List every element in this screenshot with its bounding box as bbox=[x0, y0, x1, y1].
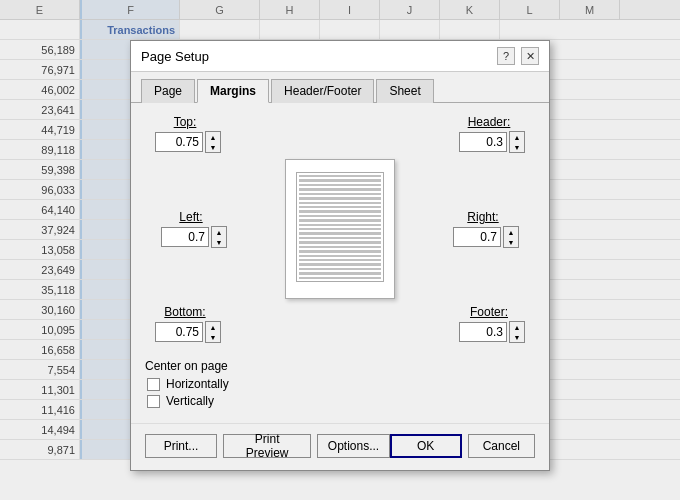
page-line bbox=[299, 224, 381, 226]
dialog-body: Top: ▲ ▼ Header: ▲ ▼ bbox=[131, 102, 549, 423]
print-button[interactable]: Print... bbox=[145, 434, 217, 458]
tab-margins[interactable]: Margins bbox=[197, 79, 269, 103]
footer-margin-label: Footer: bbox=[470, 305, 514, 319]
page-line bbox=[299, 250, 381, 252]
horizontally-label: Horizontally bbox=[166, 377, 229, 391]
left-margin-down[interactable]: ▼ bbox=[212, 237, 226, 247]
page-line bbox=[299, 215, 381, 217]
right-margin-input[interactable] bbox=[453, 227, 501, 247]
vertically-label: Vertically bbox=[166, 394, 214, 408]
right-margin-field: ▲ ▼ bbox=[453, 226, 519, 248]
page-inner bbox=[296, 172, 384, 282]
page-line bbox=[299, 193, 381, 195]
page-setup-dialog: Page Setup ? ✕ Page Margins Header/Foote… bbox=[130, 40, 550, 471]
page-line bbox=[299, 202, 381, 204]
page-line bbox=[299, 272, 381, 274]
cancel-button[interactable]: Cancel bbox=[468, 434, 535, 458]
page-line bbox=[299, 210, 381, 212]
page-line bbox=[299, 268, 381, 270]
footer-margin-spinners: ▲ ▼ bbox=[509, 321, 525, 343]
page-line bbox=[299, 277, 381, 279]
top-margin-input[interactable] bbox=[155, 132, 203, 152]
page-preview-container bbox=[239, 159, 441, 299]
left-margin-label: Left: bbox=[179, 210, 208, 224]
left-margin-field: ▲ ▼ bbox=[161, 226, 227, 248]
footer-left-buttons: Print... Print Preview Options... bbox=[145, 434, 390, 458]
title-buttons: ? ✕ bbox=[497, 47, 539, 65]
dialog-titlebar: Page Setup ? ✕ bbox=[131, 41, 549, 72]
page-line bbox=[299, 179, 381, 181]
center-on-page-title: Center on page bbox=[145, 359, 535, 373]
page-line bbox=[299, 237, 381, 239]
top-margin-up[interactable]: ▲ bbox=[206, 132, 220, 142]
header-margin-down[interactable]: ▼ bbox=[510, 142, 524, 152]
header-margin-field: ▲ ▼ bbox=[459, 131, 525, 153]
bottom-margin-up[interactable]: ▲ bbox=[206, 322, 220, 332]
bottom-margin-input[interactable] bbox=[155, 322, 203, 342]
top-margin-field: ▲ ▼ bbox=[155, 131, 221, 153]
right-margin-spinners: ▲ ▼ bbox=[503, 226, 519, 248]
page-line bbox=[299, 175, 381, 177]
page-line bbox=[299, 197, 381, 199]
top-margin-down[interactable]: ▼ bbox=[206, 142, 220, 152]
top-margin-spinners: ▲ ▼ bbox=[205, 131, 221, 153]
help-button[interactable]: ? bbox=[497, 47, 515, 65]
print-preview-button[interactable]: Print Preview bbox=[223, 434, 311, 458]
page-line bbox=[299, 206, 381, 208]
page-line bbox=[299, 263, 381, 265]
footer-margin-input[interactable] bbox=[459, 322, 507, 342]
horizontally-row: Horizontally bbox=[145, 377, 535, 391]
tab-sheet[interactable]: Sheet bbox=[376, 79, 433, 103]
header-margin-up[interactable]: ▲ bbox=[510, 132, 524, 142]
right-margin-label: Right: bbox=[467, 210, 504, 224]
ok-button[interactable]: OK bbox=[390, 434, 462, 458]
header-margin-spinners: ▲ ▼ bbox=[509, 131, 525, 153]
bottom-margin-spinners: ▲ ▼ bbox=[205, 321, 221, 343]
bottom-margin-label: Bottom: bbox=[164, 305, 211, 319]
page-line bbox=[299, 219, 381, 221]
page-lines bbox=[297, 173, 383, 281]
header-margin-input[interactable] bbox=[459, 132, 507, 152]
page-line bbox=[299, 241, 381, 243]
page-line bbox=[299, 184, 381, 186]
top-margin-label: Top: bbox=[174, 115, 203, 129]
footer-margin-field: ▲ ▼ bbox=[459, 321, 525, 343]
page-line bbox=[299, 232, 381, 234]
close-button[interactable]: ✕ bbox=[521, 47, 539, 65]
left-margin-spinners: ▲ ▼ bbox=[211, 226, 227, 248]
page-line bbox=[299, 259, 381, 261]
dialog-tabs: Page Margins Header/Footer Sheet bbox=[131, 72, 549, 102]
options-button[interactable]: Options... bbox=[317, 434, 389, 458]
tab-page[interactable]: Page bbox=[141, 79, 195, 103]
center-on-page-section: Center on page Horizontally Vertically bbox=[145, 353, 535, 408]
page-line bbox=[299, 188, 381, 190]
right-margin-up[interactable]: ▲ bbox=[504, 227, 518, 237]
footer-margin-down[interactable]: ▼ bbox=[510, 332, 524, 342]
footer-right-buttons: OK Cancel bbox=[390, 434, 535, 458]
dialog-footer: Print... Print Preview Options... OK Can… bbox=[131, 423, 549, 470]
page-line bbox=[299, 255, 381, 257]
vertically-row: Vertically bbox=[145, 394, 535, 408]
right-margin-down[interactable]: ▼ bbox=[504, 237, 518, 247]
dialog-title: Page Setup bbox=[141, 49, 209, 64]
bottom-margin-down[interactable]: ▼ bbox=[206, 332, 220, 342]
bottom-margin-field: ▲ ▼ bbox=[155, 321, 221, 343]
page-preview bbox=[285, 159, 395, 299]
header-margin-label: Header: bbox=[468, 115, 517, 129]
horizontally-checkbox[interactable] bbox=[147, 378, 160, 391]
footer-margin-up[interactable]: ▲ bbox=[510, 322, 524, 332]
left-margin-input[interactable] bbox=[161, 227, 209, 247]
vertically-checkbox[interactable] bbox=[147, 395, 160, 408]
left-margin-up[interactable]: ▲ bbox=[212, 227, 226, 237]
page-line bbox=[299, 228, 381, 230]
page-line bbox=[299, 246, 381, 248]
tab-header-footer[interactable]: Header/Footer bbox=[271, 79, 374, 103]
